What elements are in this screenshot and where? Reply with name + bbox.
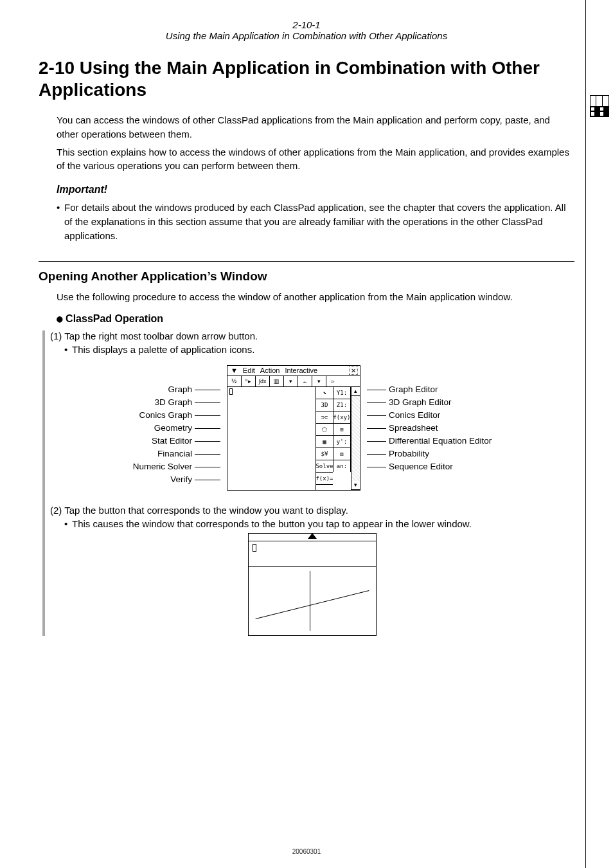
geometry-icon[interactable]: ⬠	[315, 423, 333, 436]
stat-editor-icon[interactable]: ▦	[315, 435, 333, 448]
toolbar-button[interactable]: ⅟₂	[227, 376, 242, 386]
graph-icon[interactable]: ⬊	[315, 386, 333, 399]
header-subtitle: Using the Main Application in Combinatio…	[39, 30, 574, 41]
step-2-sub: •This causes the window that corresponds…	[64, 518, 574, 529]
subheading: Opening Another Application’s Window	[39, 269, 574, 284]
conics-graph-icon[interactable]: ⊃⊂	[315, 411, 333, 424]
work-area	[227, 387, 316, 490]
toolbar-dropdown[interactable]: ▾	[312, 376, 326, 386]
toolbar-button[interactable]: ᵇ▸	[242, 376, 256, 386]
verify-icon[interactable]: f(x)=	[315, 472, 333, 485]
3d-graph-editor-icon[interactable]: Z1:	[333, 399, 351, 411]
numeric-solver-icon[interactable]: Solve	[315, 460, 333, 473]
3d-graph-icon[interactable]: 3D	[315, 399, 333, 411]
toolbar-button[interactable]: ⫠	[298, 376, 312, 386]
sub-intro: Use the following procedure to access th…	[57, 290, 574, 304]
step-2: (2) Tap the button that corresponds to t…	[50, 505, 574, 516]
calculator-icon	[590, 95, 609, 117]
menubar: ▼ Edit Action Interactive ✕	[227, 366, 360, 376]
spreadsheet-icon[interactable]: ⊞	[333, 423, 351, 436]
upper-pane	[249, 541, 376, 567]
intro-p2: This section explains how to access the …	[57, 145, 574, 174]
page-header: 2-10-1 Using the Main Application in Com…	[39, 19, 574, 41]
section-title: 2-10 Using the Main Application in Combi…	[39, 57, 574, 100]
intro-p1: You can access the windows of other Clas…	[57, 113, 574, 141]
toolbar-button[interactable]: ▾	[284, 376, 298, 386]
graph-editor-icon[interactable]: Y1:	[333, 386, 351, 399]
labels-left: Graph 3D Graph Conics Graph Geometry Sta…	[133, 365, 227, 486]
diff-eq-editor-icon[interactable]: y':	[333, 435, 351, 448]
financial-icon[interactable]: $¥	[315, 448, 333, 460]
menu-interactive[interactable]: Interactive	[283, 366, 319, 374]
toolbar-expand-icon[interactable]: ▹	[326, 376, 341, 386]
separator	[39, 261, 574, 262]
step-1: (1) Tap the right most toolbar down arro…	[50, 330, 574, 341]
scroll-up-icon[interactable]: ▴	[351, 387, 360, 396]
labels-right: Graph Editor 3D Graph Editor Conics Edit…	[360, 365, 492, 473]
probability-icon[interactable]: ⚄	[333, 448, 351, 460]
classpad-operation-heading: ● ClassPad Operation	[57, 311, 574, 326]
page-right-rule	[585, 0, 586, 868]
icon-col-right: Y1: Z1: f(xy) ⊞ y': ⚄ an:	[333, 387, 351, 490]
toolbar-button[interactable]: ∫dx	[256, 376, 270, 386]
header-number: 2-10-1	[39, 19, 574, 30]
step-1-sub: •This displays a palette of application …	[64, 344, 574, 355]
toolbar: ⅟₂ ᵇ▸ ∫dx ▥ ▾ ⫠ ▾ ▹	[227, 376, 360, 387]
close-icon[interactable]: ✕	[349, 366, 358, 375]
toolbar-button[interactable]: ▥	[270, 376, 284, 386]
lower-pane	[249, 567, 376, 635]
conics-editor-icon[interactable]: f(xy)	[333, 411, 351, 424]
important-bullet: • For details about the windows produced…	[57, 201, 574, 242]
scrollbar[interactable]: ▴ ▾	[351, 387, 360, 490]
lower-window-figure	[50, 533, 574, 636]
footer-date: 20060301	[0, 848, 613, 855]
application-palette: ▼ Edit Action Interactive ✕ ⅟₂ ᵇ▸ ∫dx ▥ …	[227, 365, 360, 491]
sequence-editor-icon[interactable]: an:	[333, 460, 351, 473]
icon-col-left: ⬊ 3D ⊃⊂ ⬠ ▦ $¥ Solve f(x)=	[316, 387, 333, 490]
menu-action[interactable]: Action	[259, 366, 281, 374]
important-heading: Important!	[57, 182, 574, 197]
resize-handle-icon	[249, 534, 376, 541]
palette-diagram: Graph 3D Graph Conics Graph Geometry Sta…	[50, 365, 574, 491]
scroll-down-icon[interactable]: ▾	[351, 481, 360, 490]
menu-edit[interactable]: Edit	[242, 366, 256, 374]
menu-logo-icon: ▼	[229, 366, 239, 374]
